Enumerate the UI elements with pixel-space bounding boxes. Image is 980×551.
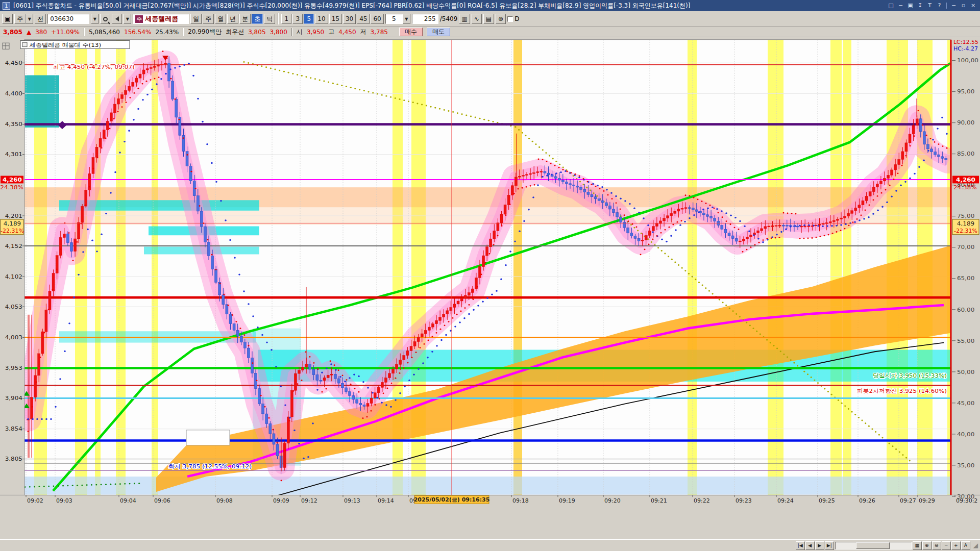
svg-text:4,102: 4,102 [5,273,22,280]
svg-text:09:24: 09:24 [777,498,794,505]
period-button-주[interactable]: 주 [203,14,214,24]
interval-buttons: 1351015304560 [281,14,383,24]
svg-text:09:03: 09:03 [56,498,72,505]
resize-grip-icon[interactable]: ◢ [973,542,978,549]
pin-button[interactable]: ↧ [916,2,924,10]
chart-menu-button[interactable]: ▣ [2,14,13,24]
bar-count-input[interactable]: 255 [412,14,438,24]
auto-zoom-button[interactable]: A [961,541,970,550]
svg-text:09:02: 09:02 [27,498,43,505]
period-button-틱[interactable]: 틱 [264,14,275,24]
svg-text:4,400: 4,400 [5,90,22,97]
period-button-일[interactable]: 일 [190,14,202,24]
svg-text:50,00: 50,00 [957,368,974,375]
bar-count-total: /5409 [440,15,458,22]
scroll-next-button[interactable]: ▶ [815,541,824,550]
best-ask: 3,805 [248,29,265,36]
svg-text:09:30:2: 09:30:2 [956,498,977,505]
stock-code-input[interactable] [50,15,89,22]
high-label: 고 [328,28,334,36]
period-button-초[interactable]: 초 [252,14,263,24]
legend-swatch-icon [22,42,27,46]
settings-button[interactable]: ⊛ [496,14,506,24]
chart-annotation: 최저 3,785 (12.55%, 09:12) [168,463,252,470]
svg-text:95,00: 95,00 [957,88,974,95]
window-controls-separator [946,3,947,9]
font-button[interactable]: T [925,2,934,10]
interval-button-15[interactable]: 15 [329,14,342,24]
volume: 5,085,460 [89,29,120,36]
save-button[interactable]: ▤ [483,14,494,24]
svg-text:3,854: 3,854 [5,425,22,432]
interval-button-1[interactable]: 1 [281,14,291,24]
bar-width-minus-button[interactable]: ─ [942,541,951,550]
svg-text:70,00: 70,00 [957,244,974,251]
empty-label-box [186,430,230,445]
restore-button[interactable]: ▫ [959,2,968,10]
interval-button-10[interactable]: 10 [315,14,328,24]
period-button-년[interactable]: 년 [227,14,238,24]
interval-button-5[interactable]: 5 [304,14,314,24]
unit-select[interactable]: 5 [385,14,403,24]
interval-button-3[interactable]: 3 [292,14,303,24]
period-button-월[interactable]: 월 [215,14,226,24]
chart-scrollbar-thumb[interactable] [856,542,890,549]
low-label: 저 [360,28,366,36]
chart-legend: 세종텔레콤 매물대 수(13) [20,41,130,49]
svg-text:4,189: 4,189 [957,220,974,227]
scroll-last-button[interactable]: ▶| [825,541,834,550]
interval-button-30[interactable]: 30 [343,14,356,24]
sound-dropdown-arrow[interactable]: ▼ [124,14,131,24]
stock-type-dropdown-arrow[interactable]: ▼ [26,14,33,24]
zoom-in-button[interactable]: ⊕ [922,541,932,550]
svg-text:55,00: 55,00 [957,337,974,344]
change-arrow-icon: ▲ [27,29,31,36]
svg-text:09:22: 09:22 [694,498,710,505]
bar-width-plus-button[interactable]: + [951,541,961,550]
current-price: 3,805 [3,29,22,36]
prev-stock-button[interactable]: 전 [35,14,46,24]
scroll-first-button[interactable]: |◀ [796,541,805,550]
interval-button-45[interactable]: 45 [357,14,370,24]
svg-text:09:14: 09:14 [378,498,394,505]
chart-scrollbar[interactable] [835,542,912,549]
stock-type-select[interactable]: 주 [14,14,26,24]
svg-text:4,450: 4,450 [5,59,22,66]
interval-button-60[interactable]: 60 [371,14,383,24]
duplicate-window-button[interactable]: ▣ [906,2,915,10]
scroll-prev-button[interactable]: ◀ [805,541,815,550]
zoom-out-button[interactable]: ⊖ [932,541,941,550]
d-checkbox[interactable] [507,16,513,22]
svg-text:-22.31%: -22.31% [954,228,977,234]
change-value: 380 [35,29,47,36]
stock-name-field: 주 세종텔레콤 [133,14,189,24]
candle-style-button[interactable]: ▥ [459,14,470,24]
svg-text:24.38%: 24.38% [953,184,977,190]
chart-canvas[interactable]: 최고 4,450 (-4.27%, 09:07)최저 3,785 (12.55%… [0,37,980,539]
line-style-button[interactable]: ∿ [472,14,482,24]
open-label: 시 [297,28,303,36]
sell-button[interactable]: 매도 [427,28,450,36]
buy-button[interactable]: 매수 [399,28,423,36]
chart-annotation: 피봇2차저항선 3,925 (14.60%) [856,388,947,394]
help-button[interactable]: ? [935,2,944,10]
popup-window-button[interactable]: □ [887,2,895,10]
code-dropdown-arrow[interactable]: ▼ [91,14,99,24]
lc-label: LC:12.55 [953,39,978,45]
sound-button[interactable] [112,14,122,24]
period-button-분[interactable]: 분 [239,14,251,24]
unit-dropdown-arrow[interactable]: ▼ [403,14,410,24]
candle-chart-icon: ▥ [461,15,467,22]
svg-text:09:09: 09:09 [273,498,289,505]
period-buttons: 일주월년분초틱 [190,14,275,24]
stock-code-field[interactable] [47,14,89,24]
bottom-scroll-bar: |◀◀▶▶| ▦⊕⊖─+A ◢ [0,539,980,551]
chart-toolbar: ▣ 주 ▼ 전 ▼ ▼ 주 세종텔레콤 일주월년분초틱 135101530456… [0,11,980,27]
close-button[interactable]: × [969,2,977,10]
minimize-panel-button[interactable]: ─ [896,2,905,10]
svg-text:4,260: 4,260 [3,176,22,183]
screen-split-button[interactable]: ▦ [913,541,922,550]
search-button[interactable] [100,14,110,24]
window-controls: □─▣↧T?─▫× [887,2,977,10]
minimize-button[interactable]: ─ [949,2,958,10]
